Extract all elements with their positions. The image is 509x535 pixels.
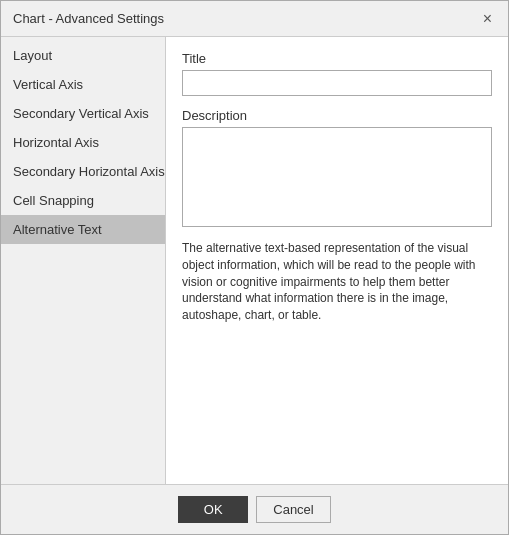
sidebar-item-vertical-axis[interactable]: Vertical Axis bbox=[1, 70, 165, 99]
sidebar-item-horizontal-axis[interactable]: Horizontal Axis bbox=[1, 128, 165, 157]
title-input[interactable] bbox=[182, 70, 492, 96]
dialog: Chart - Advanced Settings × Layout Verti… bbox=[0, 0, 509, 535]
sidebar-item-alternative-text[interactable]: Alternative Text bbox=[1, 215, 165, 244]
dialog-header: Chart - Advanced Settings × bbox=[1, 1, 508, 37]
sidebar-item-secondary-horizontal-axis[interactable]: Secondary Horizontal Axis bbox=[1, 157, 165, 186]
dialog-body: Layout Vertical Axis Secondary Vertical … bbox=[1, 37, 508, 484]
description-label: Description bbox=[182, 108, 492, 123]
sidebar-item-secondary-vertical-axis[interactable]: Secondary Vertical Axis bbox=[1, 99, 165, 128]
ok-button[interactable]: OK bbox=[178, 496, 248, 523]
title-label: Title bbox=[182, 51, 492, 66]
sidebar-item-cell-snapping[interactable]: Cell Snapping bbox=[1, 186, 165, 215]
helper-text: The alternative text-based representatio… bbox=[182, 240, 492, 324]
description-textarea[interactable] bbox=[182, 127, 492, 227]
dialog-title: Chart - Advanced Settings bbox=[13, 11, 164, 26]
main-content: Title Description The alternative text-b… bbox=[166, 37, 508, 484]
sidebar-item-layout[interactable]: Layout bbox=[1, 41, 165, 70]
sidebar: Layout Vertical Axis Secondary Vertical … bbox=[1, 37, 166, 484]
cancel-button[interactable]: Cancel bbox=[256, 496, 330, 523]
dialog-footer: OK Cancel bbox=[1, 484, 508, 534]
close-button[interactable]: × bbox=[479, 9, 496, 29]
